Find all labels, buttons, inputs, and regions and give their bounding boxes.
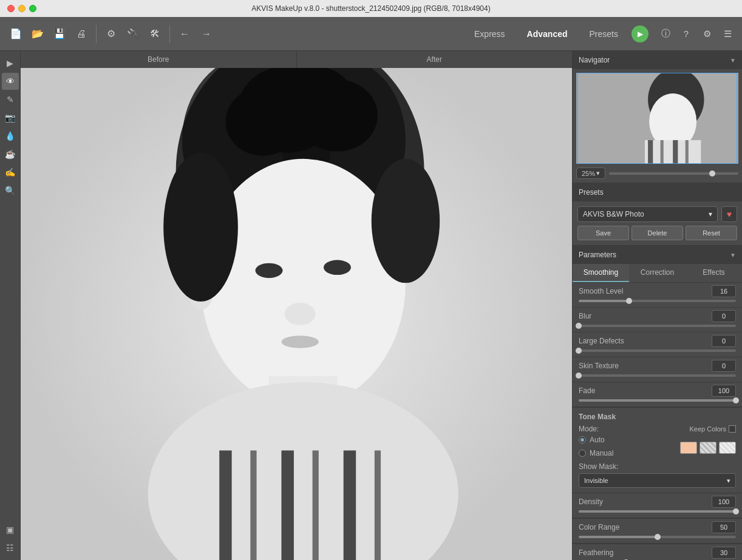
preset-save-button[interactable]: Save xyxy=(577,226,629,240)
density-value[interactable]: 100 xyxy=(712,496,736,508)
prefs-icon[interactable]: 🛠 xyxy=(145,24,165,44)
run-button[interactable]: ▶ xyxy=(631,25,648,42)
auto-label: Auto xyxy=(590,436,605,444)
tab-express[interactable]: Express xyxy=(466,25,514,42)
param-large-defects: Large Defects 0 xyxy=(573,332,742,357)
show-mask-label: Show Mask: xyxy=(579,462,618,471)
zoom-slider[interactable] xyxy=(609,172,738,175)
preset-dropdown[interactable]: AKVIS B&W Photo ▾ xyxy=(577,206,718,222)
feathering-value[interactable]: 30 xyxy=(712,547,736,559)
auto-radio[interactable] xyxy=(579,436,586,444)
smooth-level-value[interactable]: 16 xyxy=(712,285,736,297)
parameters-header[interactable]: Parameters ▼ xyxy=(573,246,742,264)
navigator-section: Navigator ▼ xyxy=(573,51,742,183)
density-fill xyxy=(579,510,736,513)
navigator-header[interactable]: Navigator ▼ xyxy=(573,51,742,69)
manual-radio[interactable] xyxy=(579,450,586,457)
params-tab-correction[interactable]: Correction xyxy=(629,264,686,282)
show-mask-value: Invisible xyxy=(584,477,608,484)
tool-pencil[interactable]: ✎ xyxy=(2,91,19,108)
tool-zoom[interactable]: 🔍 xyxy=(2,182,19,199)
keep-colors-row: Keep Colors xyxy=(689,425,736,433)
undo-icon[interactable]: ← xyxy=(175,24,194,44)
zoom-display[interactable]: 25% ▾ xyxy=(576,167,605,179)
svg-rect-15 xyxy=(344,450,356,560)
tab-advanced[interactable]: Advanced xyxy=(519,25,576,42)
redo-icon[interactable]: → xyxy=(197,24,216,44)
tool-grid[interactable]: ☷ xyxy=(2,539,19,556)
tool-brush[interactable]: ☕ xyxy=(2,146,19,163)
density-slider[interactable] xyxy=(579,510,736,513)
blur-label: Blur xyxy=(579,312,591,320)
tool-canvas[interactable]: ▣ xyxy=(2,521,19,538)
parameters-arrow: ▼ xyxy=(730,252,736,258)
swatch-pattern2[interactable] xyxy=(719,442,736,454)
navigator-zoom: 25% ▾ xyxy=(576,167,738,179)
color-range-section: Color Range 50 xyxy=(573,519,742,544)
print-icon[interactable]: 🖨 xyxy=(72,24,91,44)
blur-slider[interactable] xyxy=(579,325,736,327)
swatch-skin[interactable] xyxy=(680,442,697,454)
color-range-thumb xyxy=(655,534,661,540)
large-defects-value[interactable]: 0 xyxy=(712,335,736,347)
menu-icon[interactable]: ☰ xyxy=(719,25,736,42)
tool-new[interactable]: ▶ xyxy=(2,55,19,72)
zoom-value: 25% xyxy=(582,170,595,177)
skin-texture-value[interactable]: 0 xyxy=(712,360,736,372)
canvas-image-area[interactable] xyxy=(21,68,572,560)
preset-value: AKVIS B&W Photo xyxy=(583,210,644,218)
show-mask-dropdown[interactable]: Invisible ▾ xyxy=(579,473,736,488)
zoom-arrow: ▾ xyxy=(596,169,600,177)
color-range-slider[interactable] xyxy=(579,536,736,538)
open-file-icon[interactable]: 📂 xyxy=(28,24,47,44)
settings2-icon[interactable]: ⚙ xyxy=(698,25,715,42)
smooth-level-slider[interactable] xyxy=(579,300,736,302)
before-label: Before xyxy=(21,51,296,68)
info-icon[interactable]: ⓘ xyxy=(657,25,674,42)
svg-point-22 xyxy=(163,153,238,302)
settings-icon[interactable]: ⚙ xyxy=(101,24,121,44)
preset-favorite-button[interactable]: ♥ xyxy=(721,206,737,222)
right-panel: Navigator ▼ xyxy=(572,51,742,560)
svg-point-20 xyxy=(281,336,318,348)
fade-value[interactable]: 100 xyxy=(712,385,736,397)
fade-slider[interactable] xyxy=(579,399,736,402)
canvas-header: Before After xyxy=(21,51,572,68)
params-tab-effects[interactable]: Effects xyxy=(686,264,742,282)
parameters-section: Parameters ▼ Smoothing Correction Effect… xyxy=(573,246,742,408)
main-content: ▶ 👁 ✎ 📷 💧 ☕ ✍ 🔍 ▣ ☷ Before After xyxy=(0,51,742,560)
svg-point-19 xyxy=(285,303,316,325)
save-file-icon[interactable]: 💾 xyxy=(50,24,69,44)
svg-rect-30 xyxy=(673,140,678,164)
keep-colors-checkbox[interactable] xyxy=(729,425,736,433)
help-icon[interactable]: ? xyxy=(678,25,695,42)
fade-fill xyxy=(579,399,736,402)
fade-thumb xyxy=(733,397,739,403)
maximize-button[interactable] xyxy=(29,5,36,12)
tab-presets[interactable]: Presets xyxy=(581,25,627,42)
presets-header[interactable]: Presets xyxy=(573,183,742,201)
skin-texture-slider[interactable] xyxy=(579,374,736,377)
tool-dropper[interactable]: 💧 xyxy=(2,127,19,144)
minimize-button[interactable] xyxy=(18,5,26,12)
tool-eye[interactable]: 👁 xyxy=(2,73,19,90)
params-tab-smoothing[interactable]: Smoothing xyxy=(573,264,629,282)
plugin-icon[interactable]: 🔌 xyxy=(123,24,143,44)
density-section: Density 100 xyxy=(573,493,742,519)
preset-reset-button[interactable]: Reset xyxy=(686,226,737,240)
color-range-value[interactable]: 50 xyxy=(712,521,736,533)
swatch-pattern1[interactable] xyxy=(699,442,716,454)
param-fade: Fade 100 xyxy=(573,382,742,407)
blur-value[interactable]: 0 xyxy=(712,310,736,322)
preset-delete-button[interactable]: Delete xyxy=(631,226,683,240)
large-defects-slider[interactable] xyxy=(579,349,736,352)
close-button[interactable] xyxy=(7,5,15,12)
new-file-icon[interactable]: 📄 xyxy=(6,24,26,44)
blur-thumb xyxy=(576,323,582,329)
tool-hand[interactable]: ✍ xyxy=(2,164,19,181)
preset-dropdown-arrow: ▾ xyxy=(709,210,712,218)
left-sidebar: ▶ 👁 ✎ 📷 💧 ☕ ✍ 🔍 ▣ ☷ xyxy=(0,51,21,560)
presets-panel-section: Presets AKVIS B&W Photo ▾ ♥ Save Delete … xyxy=(573,183,742,246)
zoom-thumb xyxy=(709,170,715,177)
tool-stamp[interactable]: 📷 xyxy=(2,109,19,126)
